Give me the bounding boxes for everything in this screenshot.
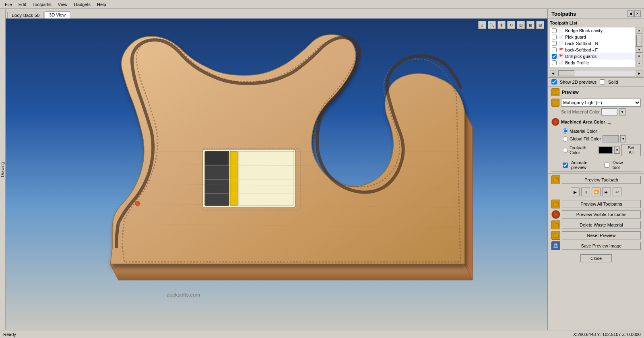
side-btn-2[interactable]: + [636, 60, 642, 66]
toolpath-check-0[interactable] [552, 28, 557, 33]
toolpath-item-4[interactable]: 🚩 Drill pick guards [550, 53, 636, 60]
global-fill-color-swatch[interactable] [603, 135, 619, 142]
toolpath-icon-0: 📄 [558, 28, 564, 33]
home-icon[interactable]: ⌂ [478, 21, 486, 29]
solid-checkbox[interactable] [600, 79, 605, 84]
toolpath-item-2[interactable]: 📄 back-Softbod - R [550, 40, 636, 47]
toolpath-icon-1: 📄 [558, 34, 564, 40]
scroll-track[interactable] [636, 33, 642, 46]
toolpath-list[interactable]: 📄 Bridge Block cavity 📄 Pick guard 📄 bac… [550, 27, 636, 67]
menu-gadgets[interactable]: Gadgets [70, 1, 94, 8]
save-preview-button[interactable]: Save Preview Image [562, 242, 641, 250]
status-coordinates: X:280.6448 Y:-102.5107 Z: 0.0000 [573, 332, 641, 337]
animate-preview-checkbox[interactable] [563, 163, 568, 168]
zoom-icon[interactable]: 🔍 [488, 21, 496, 29]
scroll-up-btn[interactable]: ▲ [636, 27, 642, 33]
toolpath-color-dropdown-btn[interactable]: ▼ [614, 146, 620, 154]
fit-icon[interactable]: ⊡ [517, 21, 525, 29]
preview-all-icon [551, 200, 560, 208]
scroll-down-btn[interactable]: ▼ [636, 46, 642, 53]
play-button[interactable]: ▶ [571, 188, 580, 196]
loop-button[interactable]: ↩ [613, 188, 621, 196]
panel-pin-btn[interactable]: ◀ [627, 10, 634, 17]
close-button[interactable]: Close [580, 254, 612, 262]
machined-area-title: Machined Area Color .... [561, 120, 611, 124]
right-panel: Toolpaths ◀ ✕ Toolpath List 📄 Bridge Blo… [547, 9, 644, 330]
global-fill-row: Global Fill Color ▼ [551, 134, 641, 143]
set-all-button[interactable]: Set All [621, 144, 641, 156]
machined-area-section: Machined Area Color .... Material Color … [551, 118, 641, 157]
toolpath-section: Toolpath List 📄 Bridge Block cavity 📄 Pi… [548, 19, 644, 69]
3d-view[interactable]: ⌂ 🔍 ✛ ↻ ⊡ ⊞ ⊟ [6, 19, 547, 330]
extra-icon2[interactable]: ⊟ [536, 21, 544, 29]
toolpath-item-3[interactable]: 🚩 back-Softbod - F [550, 47, 636, 53]
toolpath-item-5[interactable]: 📄 Body Profile [550, 60, 636, 66]
animate-preview-label: Animate preview [571, 160, 601, 170]
panel-close-btn[interactable]: ✕ [634, 10, 641, 17]
svg-point-10 [135, 201, 140, 206]
global-fill-radio[interactable] [563, 136, 568, 142]
pan-icon[interactable]: ✛ [497, 21, 506, 29]
preview-header: Preview [551, 88, 641, 96]
draw-tool-checkbox[interactable] [604, 163, 609, 168]
h-scroll-track[interactable] [557, 70, 635, 76]
svg-rect-4 [205, 152, 227, 166]
extra-icon1[interactable]: ⊞ [526, 21, 535, 29]
toolpath-list-container: 📄 Bridge Block cavity 📄 Pick guard 📄 bac… [550, 27, 642, 67]
toolpath-color-radio[interactable] [563, 148, 568, 153]
toolpath-color-swatch[interactable] [599, 146, 613, 154]
step-forward-button[interactable]: ⏩ [592, 188, 601, 196]
menu-toolpaths[interactable]: Toolpaths [29, 1, 55, 8]
animate-row: Animate preview Draw tool [551, 159, 641, 172]
global-fill-dropdown-btn[interactable]: ▼ [620, 135, 626, 142]
preview-title: Preview [562, 90, 579, 95]
toolpath-check-4[interactable] [552, 54, 557, 59]
delete-waste-row: Delete Waste Material [551, 221, 641, 229]
toolpath-color-row: Toolpath Color ▼ Set All [551, 143, 641, 157]
show-2d-previews-label: Show 2D previews [560, 80, 597, 84]
reset-preview-row: Reset Preview [551, 231, 641, 240]
solid-material-color-swatch[interactable] [601, 108, 617, 115]
menu-file[interactable]: File [2, 1, 15, 8]
toolpath-item-1[interactable]: 📄 Pick guard [550, 34, 636, 40]
tabs: Body-Back-50 3D View [6, 9, 547, 19]
preview-section: Preview Mahogany Light (H) Mahogany Dark… [548, 87, 644, 174]
rotate-icon[interactable]: ↻ [507, 21, 515, 29]
toolpath-check-2[interactable] [552, 41, 557, 46]
preview-toolpath-button[interactable]: Preview Toolpath [562, 176, 641, 184]
preview-toolpath-row: Preview Toolpath [551, 175, 641, 184]
toolpath-check-5[interactable] [552, 60, 557, 65]
menu-view[interactable]: View [55, 1, 71, 8]
side-btn-1[interactable]: ≡ [636, 53, 642, 59]
pause-button[interactable]: ⏸ [581, 188, 590, 196]
show-2d-previews-checkbox[interactable] [551, 79, 557, 84]
material-color-radio[interactable] [563, 128, 568, 134]
menu-edit[interactable]: Edit [15, 1, 29, 8]
toolpath-label-4: Drill pick guards [565, 54, 597, 59]
h-scroll-right-btn[interactable]: ▶ [636, 70, 642, 76]
list-scrollbar: ▲ ▼ ≡ + [636, 27, 642, 67]
delete-waste-button[interactable]: Delete Waste Material [562, 221, 641, 229]
save-preview-row: Save Preview Image [551, 241, 641, 250]
tab-body-back[interactable]: Body-Back-50 [7, 12, 44, 19]
tab-3d-view[interactable]: 3D View [45, 11, 70, 19]
reset-preview-button[interactable]: Reset Preview [562, 231, 641, 239]
solid-color-dropdown-btn[interactable]: ▼ [619, 108, 625, 115]
material-dropdown[interactable]: Mahogany Light (H) Mahogany Dark Oak Pin… [561, 99, 641, 107]
menu-help[interactable]: Help [94, 1, 109, 8]
preview-visible-button[interactable]: Preview Visible Toolpaths [562, 210, 641, 218]
toolpath-check-1[interactable] [552, 35, 557, 39]
h-scroll-left-btn[interactable]: ◀ [550, 70, 556, 76]
preview-all-button[interactable]: Preview All Toolpaths [562, 200, 641, 208]
toolpath-check-3[interactable] [552, 47, 557, 52]
toolpath-label-3: back-Softbod - F [565, 47, 598, 52]
toolpath-icon-5: 📄 [558, 60, 564, 66]
preview-folder-icon [551, 88, 559, 96]
previews-row: Show 2D previews Solid [548, 78, 644, 87]
toolpath-label-5: Body Profile [565, 60, 589, 65]
toolpath-item-0[interactable]: 📄 Bridge Block cavity [550, 27, 636, 34]
panel-header: Toolpaths ◀ ✕ [548, 9, 644, 19]
skip-end-button[interactable]: ⏭ [602, 188, 611, 196]
main-layout: Drawing Body-Back-50 3D View ⌂ 🔍 ✛ ↻ ⊡ ⊞… [0, 9, 644, 330]
material-color-row: Material Color [551, 128, 641, 134]
